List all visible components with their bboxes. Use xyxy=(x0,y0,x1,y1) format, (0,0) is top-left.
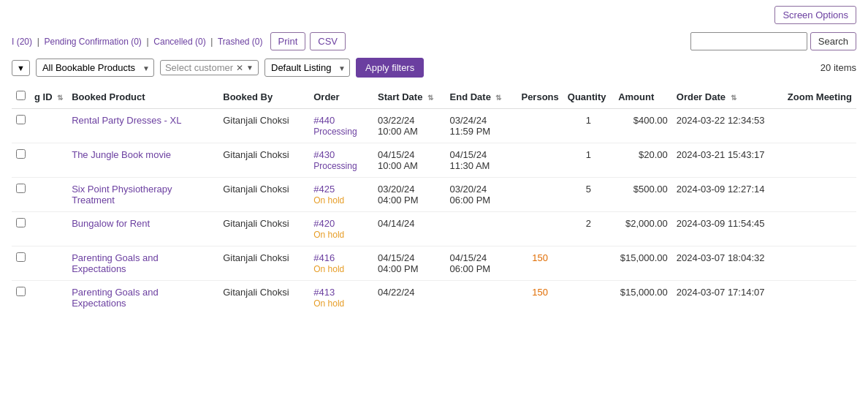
row-persons-5: 150 xyxy=(517,281,563,315)
status-link-pending[interactable]: Pending Confirmation (0) xyxy=(44,37,141,47)
bookings-table: g ID ⇅ Booked Product Booked By Order St… xyxy=(12,85,856,315)
row-persons-1 xyxy=(517,143,563,178)
status-link-cancelled[interactable]: Cancelled (0) xyxy=(153,37,205,47)
customer-select-wrap: Select customer ✕ ▼ xyxy=(160,60,259,75)
col-header-orderdate[interactable]: Order Date ⇅ xyxy=(672,85,783,109)
row-checkbox-4[interactable] xyxy=(12,246,30,281)
screen-options-area: Screen Options xyxy=(774,6,856,24)
col-header-checkbox[interactable] xyxy=(12,85,30,109)
row-orderdate-1: 2024-03-21 15:43:17 xyxy=(672,143,783,178)
table-row: The Jungle Book movie Gitanjali Choksi #… xyxy=(12,143,856,178)
csv-button[interactable]: CSV xyxy=(310,32,346,50)
status-links: I (20) | Pending Confirmation (0) | Canc… xyxy=(12,37,263,47)
search-area: Search xyxy=(690,32,856,50)
row-product-1[interactable]: The Jungle Book movie xyxy=(67,143,218,178)
table-header-row: g ID ⇅ Booked Product Booked By Order St… xyxy=(12,85,856,109)
row-startdate-1: 04/15/2410:00 AM xyxy=(373,143,446,178)
filter-arrow-button[interactable]: ▼ xyxy=(12,60,30,76)
status-link-all[interactable]: I (20) xyxy=(12,37,32,47)
row-product-0[interactable]: Rental Party Dresses - XL xyxy=(67,109,218,143)
row-order-4[interactable]: #416 On hold xyxy=(309,246,373,281)
col-header-product: Booked Product xyxy=(67,85,218,109)
row-quantity-1: 1 xyxy=(563,143,614,178)
listing-dropdown-wrap: Default Listing ▼ xyxy=(264,59,350,77)
products-dropdown-wrap: All Bookable Products ▼ xyxy=(36,59,154,77)
row-order-3[interactable]: #420 On hold xyxy=(309,212,373,246)
id-sort-icon[interactable]: ⇅ xyxy=(57,94,63,102)
col-header-bookedby: Booked By xyxy=(218,85,309,109)
table-row: Bungalow for Rent Gitanjali Choksi #420 … xyxy=(12,212,856,246)
row-zoom-1 xyxy=(783,143,856,178)
row-amount-5: $15,000.00 xyxy=(614,281,672,315)
row-startdate-3: 04/14/24 xyxy=(373,212,446,246)
toolbar-row: I (20) | Pending Confirmation (0) | Canc… xyxy=(12,32,856,50)
row-persons-0 xyxy=(517,109,563,143)
row-persons-3 xyxy=(517,212,563,246)
products-dropdown[interactable]: All Bookable Products xyxy=(36,59,154,77)
col-header-zoom: Zoom Meeting xyxy=(783,85,856,109)
row-zoom-5 xyxy=(783,281,856,315)
row-product-5[interactable]: Parenting Goals and Expectations xyxy=(67,281,218,315)
row-bookedby-0: Gitanjali Choksi xyxy=(218,109,309,143)
status-link-trashed[interactable]: Trashed (0) xyxy=(218,37,263,47)
row-zoom-4 xyxy=(783,246,856,281)
table-row: Six Point Physiotherapy Treatment Gitanj… xyxy=(12,178,856,212)
row-order-2[interactable]: #425 On hold xyxy=(309,178,373,212)
row-amount-2: $500.00 xyxy=(614,178,672,212)
select-all-checkbox[interactable] xyxy=(16,91,26,100)
row-enddate-2: 03/20/2406:00 PM xyxy=(446,178,517,212)
row-checkbox-2[interactable] xyxy=(12,178,30,212)
listing-dropdown[interactable]: Default Listing xyxy=(264,59,350,77)
row-checkbox-0[interactable] xyxy=(12,109,30,143)
items-count: 20 items xyxy=(821,62,856,73)
row-persons-2 xyxy=(517,178,563,212)
row-quantity-3: 2 xyxy=(563,212,614,246)
row-order-1[interactable]: #430 Processing xyxy=(309,143,373,178)
row-id-0 xyxy=(30,109,67,143)
row-bookedby-1: Gitanjali Choksi xyxy=(218,143,309,178)
row-enddate-3 xyxy=(446,212,517,246)
row-startdate-4: 04/15/2404:00 PM xyxy=(373,246,446,281)
apply-filters-button[interactable]: Apply filters xyxy=(356,58,424,78)
customer-placeholder-text: Select customer xyxy=(165,62,233,73)
col-header-id[interactable]: g ID ⇅ xyxy=(30,85,67,109)
row-enddate-0: 03/24/2411:59 PM xyxy=(446,109,517,143)
row-zoom-0 xyxy=(783,109,856,143)
row-checkbox-3[interactable] xyxy=(12,212,30,246)
row-order-5[interactable]: #413 On hold xyxy=(309,281,373,315)
row-amount-0: $400.00 xyxy=(614,109,672,143)
filters-row: ▼ All Bookable Products ▼ Select custome… xyxy=(12,58,856,78)
search-input[interactable] xyxy=(690,32,807,50)
row-product-3[interactable]: Bungalow for Rent xyxy=(67,212,218,246)
row-id-1 xyxy=(30,143,67,178)
row-startdate-5: 04/22/24 xyxy=(373,281,446,315)
row-checkbox-1[interactable] xyxy=(12,143,30,178)
search-button[interactable]: Search xyxy=(810,32,856,50)
row-startdate-2: 03/20/2404:00 PM xyxy=(373,178,446,212)
row-orderdate-3: 2024-03-09 11:54:45 xyxy=(672,212,783,246)
row-order-0[interactable]: #440 Processing xyxy=(309,109,373,143)
customer-clear-icon[interactable]: ✕ xyxy=(236,63,243,73)
print-button[interactable]: Print xyxy=(270,32,306,50)
col-header-quantity: Quantity xyxy=(563,85,614,109)
screen-options-button[interactable]: Screen Options xyxy=(774,6,856,24)
row-bookedby-5: Gitanjali Choksi xyxy=(218,281,309,315)
col-header-startdate[interactable]: Start Date ⇅ xyxy=(373,85,446,109)
row-enddate-1: 04/15/2411:30 AM xyxy=(446,143,517,178)
enddate-sort-icon[interactable]: ⇅ xyxy=(495,94,501,102)
table-row: Rental Party Dresses - XL Gitanjali Chok… xyxy=(12,109,856,143)
row-amount-1: $20.00 xyxy=(614,143,672,178)
col-header-enddate[interactable]: End Date ⇅ xyxy=(446,85,517,109)
row-product-4[interactable]: Parenting Goals and Expectations xyxy=(67,246,218,281)
row-bookedby-4: Gitanjali Choksi xyxy=(218,246,309,281)
startdate-sort-icon[interactable]: ⇅ xyxy=(427,94,433,102)
row-orderdate-2: 2024-03-09 12:27:14 xyxy=(672,178,783,212)
row-zoom-2 xyxy=(783,178,856,212)
row-id-5 xyxy=(30,281,67,315)
row-product-2[interactable]: Six Point Physiotherapy Treatment xyxy=(67,178,218,212)
row-amount-4: $15,000.00 xyxy=(614,246,672,281)
row-checkbox-5[interactable] xyxy=(12,281,30,315)
row-quantity-0: 1 xyxy=(563,109,614,143)
row-startdate-0: 03/22/2410:00 AM xyxy=(373,109,446,143)
orderdate-sort-icon[interactable]: ⇅ xyxy=(731,94,736,102)
